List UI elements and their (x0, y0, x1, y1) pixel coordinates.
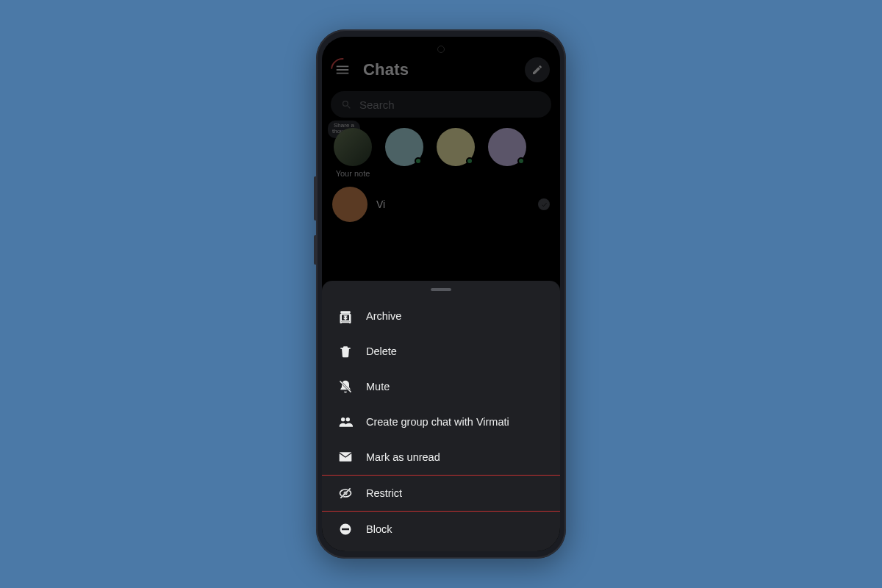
drag-handle[interactable] (431, 288, 451, 291)
trash-icon (338, 344, 353, 359)
mute-icon (338, 379, 353, 394)
action-archive[interactable]: Archive (322, 298, 560, 334)
delivered-badge (538, 198, 550, 210)
action-create-group[interactable]: Create group chat with Virmati (322, 404, 560, 440)
action-restrict[interactable]: Restrict (322, 475, 560, 512)
online-dot (466, 157, 473, 165)
action-label: Mark as unread (366, 451, 440, 463)
story-ring-indicator (326, 53, 359, 86)
pencil-icon (531, 64, 543, 76)
action-label: Block (366, 523, 392, 535)
block-icon (338, 522, 353, 537)
action-label: Restrict (366, 487, 402, 499)
search-placeholder: Search (359, 98, 395, 111)
screen: Chats Search Share a thought... Your not… (322, 37, 560, 551)
volume-button (314, 176, 316, 220)
action-label: Archive (366, 310, 401, 322)
action-block[interactable]: Block (322, 512, 560, 547)
story-item[interactable] (435, 128, 476, 166)
story-avatar (437, 128, 475, 166)
story-avatar (385, 128, 423, 166)
story-item[interactable] (487, 128, 528, 166)
restrict-icon (338, 486, 353, 501)
unread-icon (338, 450, 353, 465)
phone-frame: Chats Search Share a thought... Your not… (316, 29, 566, 559)
page-title: Chats (363, 60, 409, 79)
action-sheet: Archive Delete Mute Create group chat wi… (322, 281, 560, 551)
chat-avatar (332, 187, 368, 222)
action-label: Mute (366, 381, 390, 392)
archive-icon (338, 309, 353, 323)
your-avatar (334, 128, 372, 166)
svg-rect-0 (340, 311, 350, 313)
compose-button[interactable] (525, 57, 550, 82)
menu-button[interactable] (332, 60, 353, 80)
online-dot (415, 157, 422, 165)
svg-rect-12 (342, 528, 349, 531)
search-bar[interactable]: Search (331, 91, 551, 118)
check-icon (541, 201, 548, 208)
online-dot (517, 157, 525, 165)
action-mark-unread[interactable]: Mark as unread (322, 440, 560, 475)
svg-point-6 (346, 417, 350, 421)
action-label: Delete (366, 345, 397, 357)
stories-row[interactable]: Share a thought... Your note (322, 125, 560, 179)
action-delete[interactable]: Delete (322, 334, 560, 369)
front-camera (437, 46, 445, 53)
story-item[interactable] (384, 128, 425, 166)
group-icon (338, 415, 353, 429)
svg-rect-2 (344, 315, 348, 317)
chat-name: Vi (376, 198, 385, 210)
power-button (314, 235, 316, 265)
chat-row[interactable]: Vi (322, 179, 560, 229)
your-note-label: Your note (336, 169, 370, 178)
svg-point-5 (341, 417, 345, 421)
action-mute[interactable]: Mute (322, 369, 560, 404)
story-avatar (488, 128, 526, 166)
search-icon (341, 99, 352, 110)
topbar: Chats (322, 51, 560, 87)
action-label: Create group chat with Virmati (366, 416, 509, 428)
your-note-story[interactable]: Share a thought... Your note (332, 128, 373, 178)
